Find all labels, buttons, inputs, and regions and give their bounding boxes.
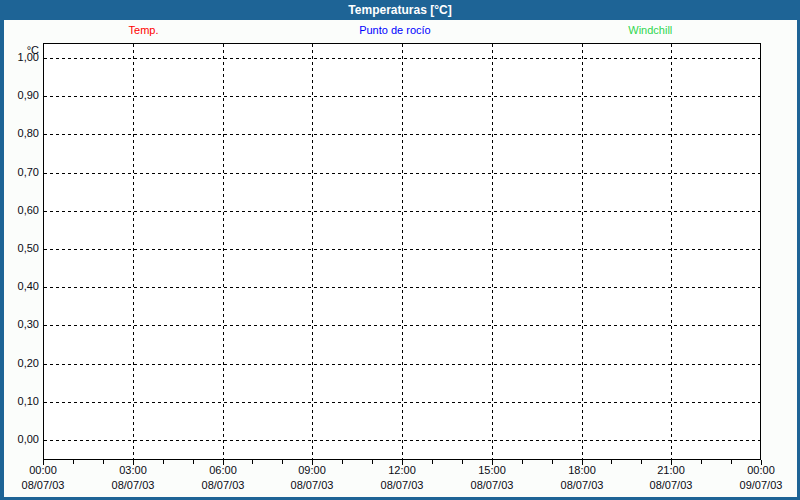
y-tick-label: 0,30	[4, 318, 39, 330]
x-tick-time: 09:00	[276, 463, 348, 478]
x-tick-time: 00:00	[7, 463, 79, 478]
legend-item-2: Punto de rocío	[359, 24, 431, 36]
y-tick-label: 0,50	[4, 242, 39, 254]
y-tick-label: 0,90	[4, 89, 39, 101]
y-tick-label: 1,00	[4, 51, 39, 63]
legend-item-3: Windchill	[628, 24, 672, 36]
x-tick-time: 21:00	[635, 463, 707, 478]
x-tick-label: 00:0008/07/03	[7, 463, 79, 493]
x-tick-label: 12:0008/07/03	[366, 463, 438, 493]
x-tick-time: 12:00	[366, 463, 438, 478]
legend-item-1: Temp.	[129, 24, 159, 36]
chart-title: Temperaturas [°C]	[348, 3, 451, 17]
x-tick-date: 08/07/03	[7, 478, 79, 493]
x-tick-date: 08/07/03	[366, 478, 438, 493]
x-tick-label: 00:0009/07/03	[725, 463, 797, 493]
x-tick-label: 09:0008/07/03	[276, 463, 348, 493]
series-layer	[44, 44, 760, 459]
y-tick-label: 0,10	[4, 395, 39, 407]
x-tick-label: 21:0008/07/03	[635, 463, 707, 493]
x-tick-date: 08/07/03	[97, 478, 169, 493]
chart-content: Temp.Punto de rocíoWindchill °C 1,000,90…	[4, 20, 797, 497]
y-tick-label: 0,60	[4, 204, 39, 216]
x-tick-date: 08/07/03	[456, 478, 528, 493]
x-tick-label: 18:0008/07/03	[546, 463, 618, 493]
y-tick-label: 0,20	[4, 357, 39, 369]
chart-title-bar: Temperaturas [°C]	[0, 0, 800, 20]
y-tick-label: 0,00	[4, 433, 39, 445]
x-tick-time: 15:00	[456, 463, 528, 478]
chart-window: Temperaturas [°C] Temp.Punto de rocíoWin…	[0, 0, 800, 500]
x-tick-label: 06:0008/07/03	[187, 463, 259, 493]
x-tick-time: 06:00	[187, 463, 259, 478]
x-tick-time: 18:00	[546, 463, 618, 478]
y-tick-label: 0,40	[4, 280, 39, 292]
y-tick-label: 0,80	[4, 127, 39, 139]
x-tick-label: 15:0008/07/03	[456, 463, 528, 493]
x-tick-date: 08/07/03	[635, 478, 707, 493]
x-tick-date: 09/07/03	[725, 478, 797, 493]
x-tick-time: 00:00	[725, 463, 797, 478]
x-tick-date: 08/07/03	[276, 478, 348, 493]
x-tick-date: 08/07/03	[546, 478, 618, 493]
y-tick-label: 0,70	[4, 166, 39, 178]
x-tick-time: 03:00	[97, 463, 169, 478]
x-tick-label: 03:0008/07/03	[97, 463, 169, 493]
x-tick-date: 08/07/03	[187, 478, 259, 493]
